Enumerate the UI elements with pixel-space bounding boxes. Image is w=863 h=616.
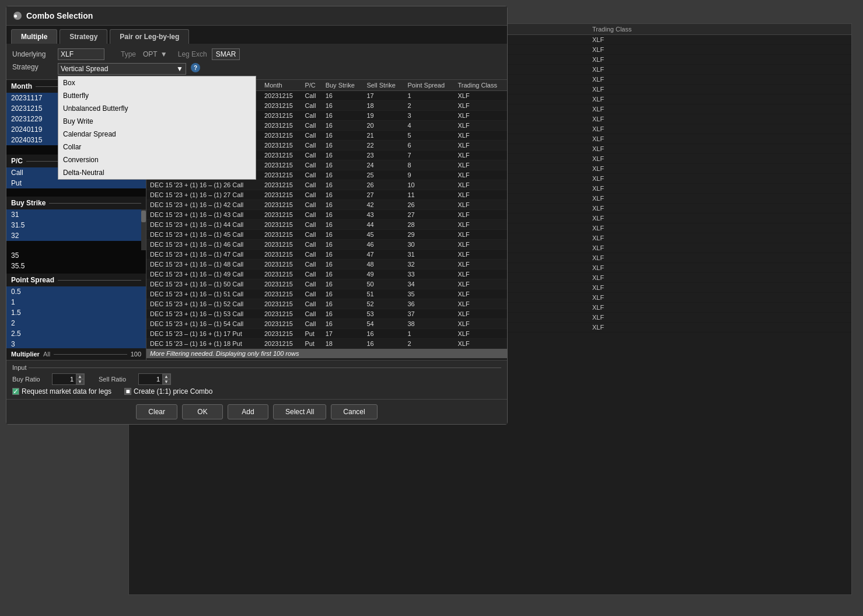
cell-month: 20231215	[261, 91, 301, 101]
cell-pc: Call	[301, 111, 322, 121]
select-all-button[interactable]: Select All	[273, 404, 326, 419]
sell-ratio-input[interactable]	[139, 374, 162, 384]
cell-sell: 23	[363, 150, 404, 160]
table-row[interactable]: DEC 15 '23 + (1) 16 – (1) 42 Call 202312…	[146, 200, 507, 210]
tab-multiple[interactable]: Multiple	[11, 29, 57, 44]
cell-desc: DEC 15 '23 + (1) 16 – (1) 44 Call	[146, 220, 261, 230]
strategy-option-delta-neutral[interactable]: Delta-Neutral	[58, 166, 256, 179]
strategy-option-box[interactable]: Box	[58, 76, 256, 89]
sell-ratio-down[interactable]: ▼	[162, 379, 170, 384]
multiplier-label: Multiplier	[11, 351, 40, 358]
spread-item-5[interactable]: 3	[6, 339, 146, 348]
table-row[interactable]: DEC 15 '23 – (1) 16 + (1) 19 Put 2023121…	[146, 359, 507, 360]
cell-spread: 32	[404, 260, 454, 270]
cell-spread: 2	[404, 101, 454, 111]
spread-item-2[interactable]: 1.5	[6, 307, 146, 318]
buy-ratio-down[interactable]: ▼	[76, 379, 84, 384]
table-row[interactable]: DEC 15 '23 + (1) 16 – (1) 52 Call 202312…	[146, 299, 507, 309]
ok-button[interactable]: OK	[182, 404, 223, 419]
buy-strike-header-line	[49, 203, 141, 204]
cell-spread: 31	[404, 250, 454, 260]
cell-buy: 16	[322, 260, 364, 270]
table-row[interactable]: DEC 15 '23 + (1) 16 – (1) 47 Call 202312…	[146, 250, 507, 260]
help-icon[interactable]: ?	[191, 63, 200, 72]
cell-month: 20231215	[261, 299, 301, 309]
cell-spread: 29	[404, 230, 454, 240]
buy-strike-item-0[interactable]: 31	[6, 209, 146, 220]
cell-sell: 25	[363, 170, 404, 180]
table-row[interactable]: DEC 15 '23 + (1) 16 – (1) 49 Call 202312…	[146, 270, 507, 279]
market-data-label: Request market data for legs	[22, 387, 111, 396]
spread-item-0[interactable]: 0.5	[6, 286, 146, 297]
table-row[interactable]: DEC 15 '23 + (1) 16 – (1) 46 Call 202312…	[146, 240, 507, 250]
checkbox-area: ✓ Request market data for legs ■ Create …	[12, 387, 501, 396]
buy-strike-item-2[interactable]: 32	[6, 230, 146, 241]
cell-spread: 34	[404, 279, 454, 289]
buy-strike-item-35[interactable]: 35	[6, 250, 146, 261]
cell-pc: Call	[301, 180, 322, 190]
spread-item-1[interactable]: 1	[6, 297, 146, 307]
tab-strategy[interactable]: Strategy	[60, 29, 107, 44]
spread-item-3[interactable]: 2	[6, 318, 146, 328]
cell-sell: 19	[363, 111, 404, 121]
strategy-option-conversion[interactable]: Conversion	[58, 153, 256, 166]
cell-desc: DEC 15 '23 + (1) 16 – (1) 54 Call	[146, 319, 261, 329]
table-row[interactable]: DEC 15 '23 + (1) 16 – (1) 50 Call 202312…	[146, 279, 507, 289]
table-row[interactable]: DEC 15 '23 + (1) 16 – (1) 51 Call 202312…	[146, 289, 507, 299]
cell-sell: 51	[363, 289, 404, 299]
sell-ratio-up[interactable]: ▲	[162, 374, 170, 379]
table-row[interactable]: DEC 15 '23 + (1) 16 – (1) 44 Call 202312…	[146, 220, 507, 230]
cancel-button[interactable]: Cancel	[331, 404, 377, 419]
cell-pc: Call	[301, 170, 322, 180]
input-section-label: Input	[12, 364, 501, 371]
cell-class: XLF	[455, 170, 508, 180]
cell-spread: 2	[404, 339, 454, 349]
tab-pair-leg[interactable]: Pair or Leg-by-leg	[110, 29, 189, 44]
buy-strike-scrollbar[interactable]	[141, 209, 146, 250]
strategy-dropdown-container: Vertical Spread ▼ Box Butterfly Unbalanc…	[58, 63, 186, 75]
add-button[interactable]: Add	[228, 404, 268, 419]
strategy-option-butterfly[interactable]: Butterfly	[58, 89, 256, 102]
price-combo-checkbox[interactable]: ■	[124, 388, 131, 395]
table-row[interactable]: DEC 15 '23 + (1) 16 – (1) 48 Call 202312…	[146, 260, 507, 270]
underlying-input[interactable]	[58, 48, 104, 60]
cell-pc: Call	[301, 131, 322, 141]
type-dropdown-arrow[interactable]: ▼	[160, 50, 167, 58]
table-row[interactable]: DEC 15 '23 – (1) 16 + (1) 17 Put 2023121…	[146, 329, 507, 339]
strategy-option-calendar-spread[interactable]: Calendar Spread	[58, 128, 256, 141]
cell-sell: 48	[363, 260, 404, 270]
buy-strike-item-1[interactable]: 31.5	[6, 220, 146, 230]
cell-buy: 16	[322, 220, 364, 230]
cell-sell: 17	[363, 91, 404, 101]
checkbox-price-combo[interactable]: ■ Create (1:1) price Combo	[124, 387, 212, 396]
table-row[interactable]: DEC 15 '23 + (1) 16 – (1) 27 Call 202312…	[146, 190, 507, 200]
cell-month: 20231215	[261, 329, 301, 339]
strategy-option-unbalanced-butterfly[interactable]: Unbalanced Butterfly	[58, 102, 256, 115]
table-row[interactable]: DEC 15 '23 + (1) 16 – (1) 26 Call 202312…	[146, 180, 507, 190]
table-row[interactable]: DEC 15 '23 – (1) 16 + (1) 18 Put 2023121…	[146, 339, 507, 349]
strategy-dropdown-menu: Box Butterfly Unbalanced Butterfly Buy W…	[58, 76, 256, 180]
cell-buy: 19	[322, 359, 364, 360]
table-row[interactable]: DEC 15 '23 + (1) 16 – (1) 54 Call 202312…	[146, 319, 507, 329]
strategy-select[interactable]: Vertical Spread ▼	[58, 63, 186, 75]
clear-button[interactable]: Clear	[136, 404, 177, 419]
strategy-option-buy-write[interactable]: Buy Write	[58, 115, 256, 128]
buy-strike-item-355[interactable]: 35.5	[6, 261, 146, 271]
cell-pc: Call	[301, 240, 322, 250]
market-data-checkbox[interactable]: ✓	[12, 388, 19, 395]
form-area: Underlying Type OPT ▼ Leg Exch SMAR Stra…	[6, 44, 507, 80]
buy-ratio-up[interactable]: ▲	[76, 374, 84, 379]
spread-item-4[interactable]: 2.5	[6, 328, 146, 339]
close-icon[interactable]: ●	[13, 12, 22, 20]
cell-month: 20231215	[261, 240, 301, 250]
cell-spread: 6	[404, 141, 454, 150]
table-row[interactable]: DEC 15 '23 + (1) 16 – (1) 43 Call 202312…	[146, 210, 507, 220]
table-row[interactable]: DEC 15 '23 + (1) 16 – (1) 53 Call 202312…	[146, 309, 507, 319]
cell-sell: 27	[363, 190, 404, 200]
cell-month: 20231215	[261, 250, 301, 260]
buy-ratio-input[interactable]	[53, 374, 76, 384]
col-pc: P/C	[301, 80, 322, 91]
checkbox-market-data[interactable]: ✓ Request market data for legs	[12, 387, 111, 396]
table-row[interactable]: DEC 15 '23 + (1) 16 – (1) 45 Call 202312…	[146, 230, 507, 240]
strategy-option-collar[interactable]: Collar	[58, 141, 256, 153]
